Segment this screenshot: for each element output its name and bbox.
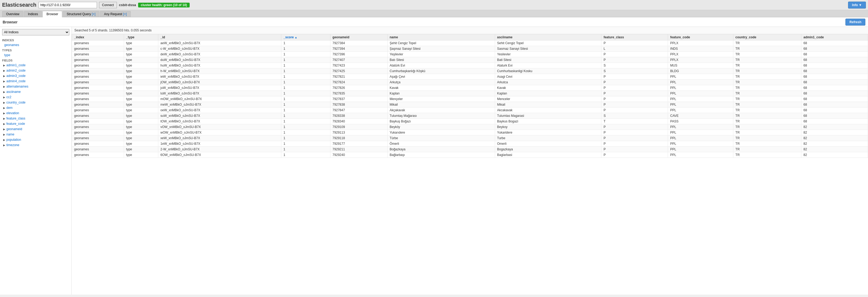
arrow-icon: ▶	[3, 112, 5, 115]
cell-_score: 1	[281, 69, 331, 74]
tab-indices[interactable]: Indices	[24, 11, 42, 17]
table-row[interactable]: geonamestypewOW_xnMBkO_oJmSU-B7X17929113…	[72, 130, 868, 135]
cell-feature_code: BLDG	[668, 69, 733, 74]
sidebar-field-feature-class[interactable]: ▶feature_class	[0, 116, 71, 121]
connect-button[interactable]: Connect	[99, 2, 117, 8]
cluster-health-badge: cluster health: green (10 of 10)	[138, 3, 190, 7]
table-row[interactable]: geonamestypemeW_xnMBkO_oJmSU-B7X17927838…	[72, 102, 868, 108]
table-row[interactable]: geonamestypeluW_xnMBkO_oJmSU-B7X17927835…	[72, 91, 868, 96]
sidebar-field-admin1-code[interactable]: ▶admin1_code	[0, 62, 71, 68]
table-row[interactable]: geonamestypeduW_xnMBkO_oJmSU-B7X17927407…	[72, 57, 868, 63]
cell-_index: geonames	[72, 80, 124, 85]
cell-_type: type	[124, 119, 158, 124]
col-name[interactable]: name	[388, 34, 495, 40]
sidebar-field-feature-code[interactable]: ▶feature_code	[0, 121, 71, 127]
cell-_type: type	[124, 130, 158, 135]
cell-_score: 1	[281, 108, 331, 113]
sidebar-field-admin2-code[interactable]: ▶admin2_code	[0, 68, 71, 73]
cell-_type: type	[124, 69, 158, 74]
table-row[interactable]: geonamestype6OW_xnMBkO_oJmSU-B7X17929240…	[72, 152, 868, 158]
cell-feature_class: P	[601, 141, 668, 146]
cell-_index: geonames	[72, 119, 124, 124]
cell-_id: meW_xnMBkO_oJmSU-B7X	[158, 102, 281, 108]
col-geonameid[interactable]: geonameid	[330, 34, 387, 40]
refresh-button[interactable]: Refresh	[845, 19, 865, 26]
cell-feature_code: MUS	[668, 63, 733, 69]
col-feature-class[interactable]: feature_class	[601, 34, 668, 40]
arrow-icon: ▶	[3, 133, 5, 136]
cell-_score: 1	[281, 85, 331, 91]
url-input[interactable]	[38, 2, 97, 8]
cell-feature_class: S	[601, 63, 668, 69]
cell-feature_code: PPL	[668, 102, 733, 108]
cell-name: Şehit Cengiz Topel	[388, 40, 495, 46]
tab-browser[interactable]: Browser	[42, 11, 62, 17]
cell-_score: 1	[281, 141, 331, 146]
sidebar-field-name[interactable]: ▶name	[0, 132, 71, 137]
cell-asciiname: Sasmaz Sanayi Sitesi	[495, 46, 601, 52]
sidebar-field-elevation[interactable]: ▶elevation	[0, 110, 71, 116]
cell-geonameid: 7928338	[330, 113, 387, 119]
table-row[interactable]: geonamestypeoeW_xnMBkO_oJmSU-B7X17927847…	[72, 108, 868, 113]
cell-_id: vOW_xnMBkO_oJmSU-B7X	[158, 124, 281, 130]
info-button[interactable]: Info ▼	[848, 2, 866, 8]
sidebar-field-alternatenames[interactable]: ▶alternatenames	[0, 84, 71, 89]
table-row[interactable]: geonamestypevOW_xnMBkO_oJmSU-B7X17929109…	[72, 124, 868, 130]
sidebar-field-asciiname[interactable]: ▶asciiname	[0, 89, 71, 94]
table-row[interactable]: geonamestypeaeW_xnMBkO_oJmSU-B7X17927384…	[72, 40, 868, 46]
cell-asciiname: Yukaridere	[495, 130, 601, 135]
col-id[interactable]: _id	[158, 34, 281, 40]
table-row[interactable]: geonamestypetOW_xnMBkO_oJmSU-B7X17928340…	[72, 119, 868, 124]
cell-_type: type	[124, 91, 158, 96]
cell-admin1_code: 68	[801, 46, 868, 52]
tab-overview[interactable]: Overview	[2, 11, 23, 17]
table-row[interactable]: geonamestypeieW_xnMBkO_oJmSU-B7X17927821…	[72, 74, 868, 80]
sidebar-field-timezone[interactable]: ▶timezone	[0, 142, 71, 148]
table-row[interactable]: geonamestypedeW_xnMBkO_oJmSU-B7X17927396…	[72, 52, 868, 57]
col-feature-code[interactable]: feature_code	[668, 34, 733, 40]
sidebar-item-geonames[interactable]: geonames	[0, 42, 71, 48]
cell-admin1_code: 82	[801, 135, 868, 141]
table-row[interactable]: geonamestypexeW_xnMBkO_oJmSU-B7X17929118…	[72, 135, 868, 141]
sidebar-field-admin3-code[interactable]: ▶admin3_code	[0, 73, 71, 79]
col-index[interactable]: _index	[72, 34, 124, 40]
all-indices-select[interactable]: All Indices	[2, 29, 69, 35]
arrow-icon: ▶	[3, 144, 5, 146]
table-row[interactable]: geonamestypejOW_xnMBkO_oJmSU-B7X17927824…	[72, 80, 868, 85]
col-country-code[interactable]: country_code	[733, 34, 801, 40]
col-score[interactable]: _score ▲	[281, 34, 331, 40]
sidebar-field-geonameid[interactable]: ▶geonameid	[0, 127, 71, 132]
table-row[interactable]: geonamestypesuW_xnMBkO_oJmSU-B7X17928338…	[72, 113, 868, 119]
cell-feature_class: P	[601, 96, 668, 102]
table-row[interactable]: geonamestypehuW_xnMBkO_oJmSU-B7X17927423…	[72, 63, 868, 69]
cell-_score: 1	[281, 102, 331, 108]
sidebar-field-population[interactable]: ▶population	[0, 137, 71, 142]
cell-_index: geonames	[72, 85, 124, 91]
cell-_index: geonames	[72, 141, 124, 146]
table-row[interactable]: geonamestypeh-W_xnMBkO_oJmSU-B7X17927425…	[72, 69, 868, 74]
cell-asciiname: Ataturk Evi	[495, 63, 601, 69]
table-row[interactable]: geonamestypemOW_xnMBkO_oJmSU-B7X17927837…	[72, 96, 868, 102]
cell-_id: aeW_xnMBkO_oJmSU-B7X	[158, 40, 281, 46]
cell-_type: type	[124, 52, 158, 57]
sidebar-field-dem[interactable]: ▶dem	[0, 105, 71, 110]
col-admin1-code[interactable]: admin1_code	[801, 34, 868, 40]
tab-any-request[interactable]: Any Request [+]	[100, 11, 131, 17]
col-asciiname[interactable]: asciiname	[495, 34, 601, 40]
cell-_index: geonames	[72, 130, 124, 135]
arrow-icon: ▶	[3, 106, 5, 109]
cell-feature_code: PPL	[668, 80, 733, 85]
table-row[interactable]: geonamestype1eW_xnMBkO_oJmSU-B7X17929177…	[72, 141, 868, 146]
table-row[interactable]: geonamestype2-W_xnMBkO_oJmSU-B7X17929211…	[72, 146, 868, 152]
tab-structured-query[interactable]: Structured Query [+]	[63, 11, 99, 17]
sidebar-field-admin4-code[interactable]: ▶admin4_code	[0, 79, 71, 84]
sidebar-item-type[interactable]: type	[0, 52, 71, 58]
cell-asciiname: Kaplan	[495, 91, 601, 96]
cluster-name: csbit-dssa	[119, 3, 136, 7]
table-row[interactable]: geonamestypec-W_xnMBkO_oJmSU-B7X17927394…	[72, 46, 868, 52]
sidebar-field-country-code[interactable]: ▶country_code	[0, 100, 71, 105]
cell-country_code: TR	[733, 152, 801, 158]
col-type[interactable]: _type	[124, 34, 158, 40]
table-row[interactable]: geonamestypejuW_xnMBkO_oJmSU-B7X17927826…	[72, 85, 868, 91]
sidebar-field-cc2[interactable]: ▶cc2	[0, 94, 71, 100]
